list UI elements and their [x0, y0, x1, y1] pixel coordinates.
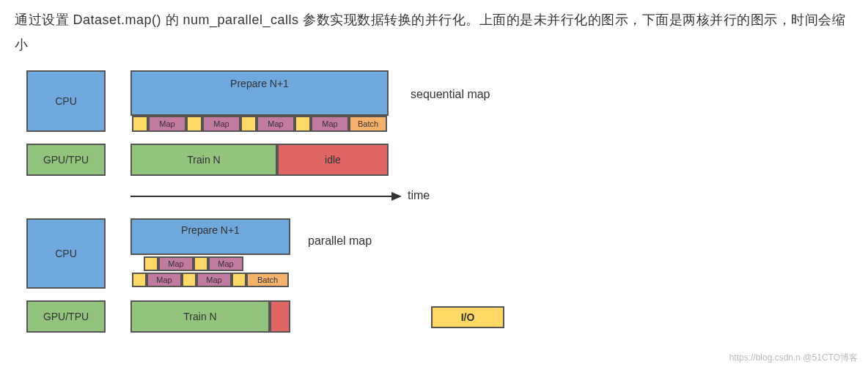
map-label: Map — [213, 119, 229, 128]
svg-marker-1 — [391, 192, 402, 201]
io-seq-3 — [240, 116, 257, 132]
legend-io: I/O — [431, 306, 504, 328]
map-label: Map — [218, 259, 233, 268]
pipeline-diagram: CPU Prepare N+1 Map Map Map Map Batch se… — [15, 64, 821, 358]
map-seq-1: Map — [148, 116, 186, 132]
map-label: Map — [322, 119, 337, 128]
time-arrow-icon — [130, 188, 402, 205]
batch-par: Batch — [246, 273, 289, 287]
map-seq-4: Map — [311, 116, 349, 132]
prepare-label-seq: Prepare N+1 — [230, 78, 289, 89]
batch-label: Batch — [257, 275, 278, 284]
map-seq-3: Map — [257, 116, 295, 132]
description-text: 通过设置 Dataset.map() 的 num_parallel_calls … — [15, 7, 853, 57]
io-seq-1 — [132, 116, 148, 132]
gpu-label-par: GPU/TPU — [43, 311, 89, 322]
io-par-a2 — [194, 256, 208, 271]
gpu-label-box-par: GPU/TPU — [26, 300, 106, 333]
io-par-a1 — [144, 256, 158, 271]
batch-label: Batch — [358, 119, 378, 128]
time-label: time — [408, 189, 430, 202]
map-par-a2: Map — [208, 256, 243, 271]
map-label: Map — [159, 119, 174, 128]
io-seq-2 — [186, 116, 202, 132]
io-par-b2 — [182, 273, 196, 287]
io-seq-4 — [295, 116, 311, 132]
watermark: https://blog.csdn.n @51CTO博客 — [729, 352, 858, 364]
cpu-label-par: CPU — [55, 248, 77, 259]
cpu-label-box-seq: CPU — [26, 70, 106, 132]
prepare-box-par: Prepare N+1 — [130, 218, 290, 255]
cpu-label-box-par: CPU — [26, 218, 106, 289]
map-label: Map — [206, 275, 221, 284]
map-label: Map — [168, 259, 183, 268]
train-box-seq: Train N — [130, 144, 277, 176]
map-seq-2: Map — [202, 116, 240, 132]
sequential-caption: sequential map — [411, 88, 490, 101]
gpu-label-box-seq: GPU/TPU — [26, 144, 106, 176]
map-par-b1: Map — [147, 273, 182, 287]
map-par-b2: Map — [196, 273, 232, 287]
gpu-label: GPU/TPU — [43, 154, 89, 166]
parallel-caption: parallel map — [308, 234, 372, 248]
io-par-b1 — [132, 273, 147, 287]
map-par-a1: Map — [158, 256, 194, 271]
idle-label: idle — [325, 154, 341, 166]
map-label: Map — [268, 119, 283, 128]
idle-box-seq: idle — [277, 144, 389, 176]
train-box-par: Train N — [130, 300, 270, 333]
cpu-label: CPU — [55, 95, 77, 107]
legend-io-label: I/O — [461, 311, 475, 323]
idle-box-par — [270, 300, 290, 333]
io-par-b3 — [232, 273, 246, 287]
map-label: Map — [156, 275, 172, 284]
prepare-label-par: Prepare N+1 — [181, 224, 240, 236]
prepare-box-seq: Prepare N+1 — [130, 70, 389, 116]
train-label: Train N — [187, 154, 220, 166]
batch-seq: Batch — [349, 116, 387, 132]
train-label-par: Train N — [183, 311, 216, 322]
